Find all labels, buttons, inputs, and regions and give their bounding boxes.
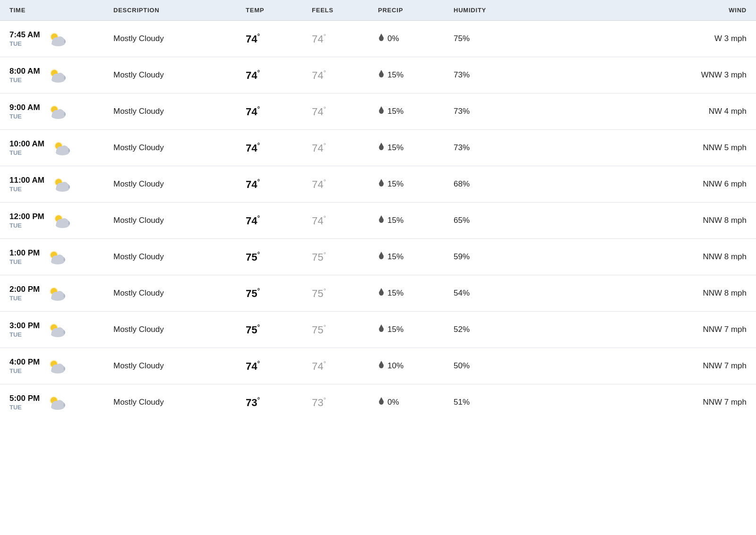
description-cell: Mostly Cloudy	[104, 312, 236, 348]
feels-cell: 75°	[302, 239, 369, 275]
day-value: TUE	[9, 76, 40, 84]
weather-table: TIME DESCRIPTION TEMP FEELS PRECIP HUMID…	[0, 0, 756, 420]
table-row: 3:00 PM TUE Mostly Cloudy 75° 75°	[0, 312, 756, 348]
humidity-cell: 75%	[444, 21, 529, 57]
rain-icon	[378, 142, 385, 154]
precip-cell: 0%	[369, 384, 444, 421]
humidity-value: 59%	[454, 252, 470, 261]
description-text: Mostly Cloudy	[113, 216, 164, 225]
temp-value: 75°	[246, 251, 260, 263]
wind-value: NNW 5 mph	[703, 143, 747, 152]
precip-cell: 15%	[369, 93, 444, 130]
table-row: 12:00 PM TUE Mostly Cloudy 74° 74°	[0, 203, 756, 239]
precip-cell: 15%	[369, 130, 444, 166]
col-header-temp: TEMP	[236, 0, 302, 21]
temp-value: 74°	[246, 360, 260, 372]
precip-cell: 15%	[369, 239, 444, 275]
feels-value: 74°	[312, 142, 326, 154]
wind-cell: W 3 mph	[529, 21, 756, 57]
svg-point-69	[51, 368, 64, 374]
temp-cell: 73°	[236, 384, 302, 421]
wind-cell: NW 4 mph	[529, 93, 756, 130]
day-value: TUE	[9, 367, 40, 374]
weather-icon	[46, 102, 69, 121]
feels-value: 74°	[312, 33, 326, 45]
weather-icon	[45, 357, 68, 375]
svg-point-62	[51, 331, 64, 337]
day-value: TUE	[9, 331, 40, 338]
svg-point-41	[56, 222, 69, 228]
precip-value: 15%	[387, 216, 404, 225]
humidity-cell: 54%	[444, 275, 529, 312]
feels-value: 75°	[312, 324, 326, 336]
time-cell-4: 11:00 AM TUE	[0, 166, 104, 203]
time-value: 12:00 PM	[9, 212, 44, 221]
description-cell: Mostly Cloudy	[104, 21, 236, 57]
table-row: 8:00 AM TUE Mostly Cloudy 74° 74°	[0, 57, 756, 93]
weather-icon	[46, 29, 69, 48]
description-text: Mostly Cloudy	[113, 70, 164, 79]
humidity-cell: 59%	[444, 239, 529, 275]
humidity-value: 73%	[454, 143, 470, 152]
time-value: 9:00 AM	[9, 103, 40, 112]
temp-value: 74°	[246, 33, 260, 45]
description-text: Mostly Cloudy	[113, 252, 164, 261]
wind-cell: NNW 8 mph	[529, 239, 756, 275]
description-cell: Mostly Cloudy	[104, 93, 236, 130]
feels-cell: 74°	[302, 166, 369, 203]
temp-cell: 75°	[236, 275, 302, 312]
day-value: TUE	[9, 149, 44, 156]
svg-point-76	[51, 404, 64, 410]
temp-value: 74°	[246, 142, 260, 154]
feels-cell: 74°	[302, 21, 369, 57]
weather-icon	[50, 211, 73, 230]
description-text: Mostly Cloudy	[113, 325, 164, 334]
svg-point-48	[51, 259, 64, 264]
wind-value: W 3 mph	[714, 34, 747, 43]
feels-value: 74°	[312, 360, 326, 372]
description-cell: Mostly Cloudy	[104, 57, 236, 93]
precip-value: 10%	[387, 361, 404, 371]
svg-point-55	[51, 295, 64, 301]
precip-value: 15%	[387, 252, 404, 262]
weather-icon	[45, 393, 68, 412]
time-cell-5: 12:00 PM TUE	[0, 203, 104, 239]
time-cell-2: 9:00 AM TUE	[0, 93, 104, 130]
time-cell-8: 3:00 PM TUE	[0, 312, 104, 348]
day-value: TUE	[9, 295, 40, 302]
time-cell-3: 10:00 AM TUE	[0, 130, 104, 166]
day-value: TUE	[9, 404, 40, 411]
col-header-desc: DESCRIPTION	[104, 0, 236, 21]
humidity-cell: 65%	[444, 203, 529, 239]
day-value: TUE	[9, 113, 40, 120]
precip-cell: 15%	[369, 166, 444, 203]
feels-value: 74°	[312, 69, 326, 81]
wind-value: WNW 3 mph	[701, 70, 747, 79]
wind-cell: NNW 6 mph	[529, 166, 756, 203]
temp-value: 74°	[246, 178, 260, 190]
feels-value: 74°	[312, 106, 326, 118]
feels-cell: 75°	[302, 275, 369, 312]
wind-value: NNW 7 mph	[703, 361, 747, 370]
time-value: 7:45 AM	[9, 30, 40, 40]
rain-icon	[378, 106, 385, 118]
feels-cell: 73°	[302, 384, 369, 421]
temp-cell: 74°	[236, 348, 302, 384]
weather-icon	[46, 66, 69, 85]
precip-value: 15%	[387, 107, 404, 116]
table-row: 1:00 PM TUE Mostly Cloudy 75° 75°	[0, 239, 756, 275]
humidity-value: 73%	[454, 107, 470, 116]
svg-point-13	[52, 77, 65, 83]
description-cell: Mostly Cloudy	[104, 166, 236, 203]
wind-value: NW 4 mph	[709, 107, 747, 116]
time-value: 3:00 PM	[9, 321, 40, 331]
table-row: 9:00 AM TUE Mostly Cloudy 74° 74°	[0, 93, 756, 130]
table-row: 10:00 AM TUE Mostly Cloudy 74° 74°	[0, 130, 756, 166]
wind-cell: NNW 7 mph	[529, 348, 756, 384]
feels-value: 73°	[312, 397, 326, 408]
temp-cell: 74°	[236, 21, 302, 57]
feels-value: 74°	[312, 178, 326, 190]
description-text: Mostly Cloudy	[113, 361, 164, 370]
rain-icon	[378, 215, 385, 227]
description-cell: Mostly Cloudy	[104, 203, 236, 239]
